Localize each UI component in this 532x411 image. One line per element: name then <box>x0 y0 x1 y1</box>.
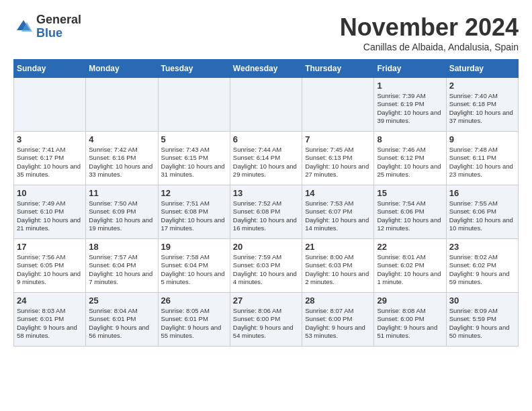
calendar-cell: 10Sunrise: 7:49 AM Sunset: 6:10 PM Dayli… <box>14 185 86 239</box>
calendar-cell: 30Sunrise: 8:09 AM Sunset: 5:59 PM Dayli… <box>446 293 518 347</box>
day-number: 3 <box>17 134 83 144</box>
day-info: Sunrise: 7:54 AM Sunset: 6:06 PM Dayligh… <box>377 199 443 232</box>
day-number: 26 <box>161 295 227 306</box>
calendar-cell: 26Sunrise: 8:05 AM Sunset: 6:01 PM Dayli… <box>158 293 230 347</box>
weekday-header-tuesday: Tuesday <box>158 60 230 78</box>
day-info: Sunrise: 7:41 AM Sunset: 6:17 PM Dayligh… <box>17 146 83 179</box>
day-number: 25 <box>89 295 154 306</box>
calendar-cell <box>230 78 302 132</box>
page-header: General Blue November 2024 Canillas de A… <box>13 13 519 52</box>
day-info: Sunrise: 7:48 AM Sunset: 6:11 PM Dayligh… <box>449 146 515 179</box>
calendar-cell: 17Sunrise: 7:56 AM Sunset: 6:05 PM Dayli… <box>14 239 86 293</box>
day-number: 24 <box>17 295 83 306</box>
weekday-header-friday: Friday <box>374 60 446 78</box>
day-number: 14 <box>305 188 371 198</box>
location: Canillas de Albaida, Andalusia, Spain <box>340 42 519 52</box>
logo-icon <box>13 17 34 37</box>
calendar-cell: 6Sunrise: 7:44 AM Sunset: 6:14 PM Daylig… <box>230 132 302 185</box>
day-number: 9 <box>449 134 515 144</box>
logo-blue-text: Blue <box>36 27 81 40</box>
weekday-header-thursday: Thursday <box>302 60 374 78</box>
calendar-cell: 27Sunrise: 8:06 AM Sunset: 6:00 PM Dayli… <box>230 293 302 347</box>
calendar-cell: 7Sunrise: 7:45 AM Sunset: 6:13 PM Daylig… <box>302 132 374 185</box>
weekday-header-sunday: Sunday <box>14 60 86 78</box>
day-number: 4 <box>89 134 154 144</box>
calendar-week-row: 10Sunrise: 7:49 AM Sunset: 6:10 PM Dayli… <box>14 185 519 239</box>
calendar-cell: 13Sunrise: 7:52 AM Sunset: 6:08 PM Dayli… <box>230 185 302 239</box>
day-info: Sunrise: 7:44 AM Sunset: 6:14 PM Dayligh… <box>233 146 299 179</box>
day-number: 22 <box>377 242 443 252</box>
day-info: Sunrise: 7:45 AM Sunset: 6:13 PM Dayligh… <box>305 146 371 179</box>
day-number: 30 <box>449 295 515 306</box>
calendar-cell: 5Sunrise: 7:43 AM Sunset: 6:15 PM Daylig… <box>158 132 230 185</box>
day-info: Sunrise: 7:58 AM Sunset: 6:04 PM Dayligh… <box>161 253 227 286</box>
day-info: Sunrise: 8:03 AM Sunset: 6:01 PM Dayligh… <box>17 307 83 340</box>
day-info: Sunrise: 8:04 AM Sunset: 6:01 PM Dayligh… <box>89 307 154 340</box>
day-info: Sunrise: 8:06 AM Sunset: 6:00 PM Dayligh… <box>233 307 299 340</box>
calendar-header: SundayMondayTuesdayWednesdayThursdayFrid… <box>14 60 519 78</box>
day-number: 12 <box>161 188 227 198</box>
day-number: 5 <box>161 134 227 144</box>
calendar-cell: 21Sunrise: 8:00 AM Sunset: 6:03 PM Dayli… <box>302 239 374 293</box>
day-info: Sunrise: 7:43 AM Sunset: 6:15 PM Dayligh… <box>161 146 227 179</box>
weekday-header-saturday: Saturday <box>446 60 518 78</box>
calendar-cell: 15Sunrise: 7:54 AM Sunset: 6:06 PM Dayli… <box>374 185 446 239</box>
day-number: 17 <box>17 242 83 252</box>
calendar-cell: 23Sunrise: 8:02 AM Sunset: 6:02 PM Dayli… <box>446 239 518 293</box>
calendar-cell: 25Sunrise: 8:04 AM Sunset: 6:01 PM Dayli… <box>86 293 158 347</box>
logo: General Blue <box>13 13 81 40</box>
calendar-cell: 3Sunrise: 7:41 AM Sunset: 6:17 PM Daylig… <box>14 132 86 185</box>
day-info: Sunrise: 7:59 AM Sunset: 6:03 PM Dayligh… <box>233 253 299 286</box>
weekday-header-row: SundayMondayTuesdayWednesdayThursdayFrid… <box>14 60 519 78</box>
day-number: 27 <box>233 295 299 306</box>
day-info: Sunrise: 8:01 AM Sunset: 6:02 PM Dayligh… <box>377 253 443 286</box>
day-info: Sunrise: 8:00 AM Sunset: 6:03 PM Dayligh… <box>305 253 371 286</box>
day-info: Sunrise: 7:39 AM Sunset: 6:19 PM Dayligh… <box>377 92 443 125</box>
day-number: 2 <box>449 81 515 91</box>
month-title: November 2024 <box>340 13 519 42</box>
calendar-table: SundayMondayTuesdayWednesdayThursdayFrid… <box>13 59 519 347</box>
day-number: 18 <box>89 242 154 252</box>
calendar-week-row: 17Sunrise: 7:56 AM Sunset: 6:05 PM Dayli… <box>14 239 519 293</box>
calendar-cell: 19Sunrise: 7:58 AM Sunset: 6:04 PM Dayli… <box>158 239 230 293</box>
calendar-cell: 29Sunrise: 8:08 AM Sunset: 6:00 PM Dayli… <box>374 293 446 347</box>
logo-general-text: General <box>36 13 81 27</box>
day-info: Sunrise: 8:02 AM Sunset: 6:02 PM Dayligh… <box>449 253 515 286</box>
calendar-cell <box>14 78 86 132</box>
day-number: 1 <box>377 81 443 91</box>
day-info: Sunrise: 7:55 AM Sunset: 6:06 PM Dayligh… <box>449 199 515 232</box>
day-number: 13 <box>233 188 299 198</box>
day-number: 15 <box>377 188 443 198</box>
day-info: Sunrise: 8:08 AM Sunset: 6:00 PM Dayligh… <box>377 307 443 340</box>
day-number: 23 <box>449 242 515 252</box>
day-info: Sunrise: 7:40 AM Sunset: 6:18 PM Dayligh… <box>449 92 515 125</box>
calendar-cell: 11Sunrise: 7:50 AM Sunset: 6:09 PM Dayli… <box>86 185 158 239</box>
calendar-cell: 9Sunrise: 7:48 AM Sunset: 6:11 PM Daylig… <box>446 132 518 185</box>
calendar-cell <box>302 78 374 132</box>
day-number: 8 <box>377 134 443 144</box>
calendar-week-row: 1Sunrise: 7:39 AM Sunset: 6:19 PM Daylig… <box>14 78 519 132</box>
day-number: 6 <box>233 134 299 144</box>
calendar-cell: 16Sunrise: 7:55 AM Sunset: 6:06 PM Dayli… <box>446 185 518 239</box>
weekday-header-monday: Monday <box>86 60 158 78</box>
calendar-week-row: 3Sunrise: 7:41 AM Sunset: 6:17 PM Daylig… <box>14 132 519 185</box>
calendar-cell: 24Sunrise: 8:03 AM Sunset: 6:01 PM Dayli… <box>14 293 86 347</box>
day-info: Sunrise: 7:51 AM Sunset: 6:08 PM Dayligh… <box>161 199 227 232</box>
day-info: Sunrise: 7:49 AM Sunset: 6:10 PM Dayligh… <box>17 199 83 232</box>
day-number: 20 <box>233 242 299 252</box>
calendar-cell <box>158 78 230 132</box>
calendar-cell: 12Sunrise: 7:51 AM Sunset: 6:08 PM Dayli… <box>158 185 230 239</box>
day-info: Sunrise: 7:50 AM Sunset: 6:09 PM Dayligh… <box>89 199 154 232</box>
day-number: 11 <box>89 188 154 198</box>
calendar-cell: 8Sunrise: 7:46 AM Sunset: 6:12 PM Daylig… <box>374 132 446 185</box>
calendar-cell: 22Sunrise: 8:01 AM Sunset: 6:02 PM Dayli… <box>374 239 446 293</box>
day-info: Sunrise: 8:09 AM Sunset: 5:59 PM Dayligh… <box>449 307 515 340</box>
day-info: Sunrise: 8:07 AM Sunset: 6:00 PM Dayligh… <box>305 307 371 340</box>
calendar-cell: 28Sunrise: 8:07 AM Sunset: 6:00 PM Dayli… <box>302 293 374 347</box>
day-number: 28 <box>305 295 371 306</box>
day-info: Sunrise: 7:53 AM Sunset: 6:07 PM Dayligh… <box>305 199 371 232</box>
day-number: 7 <box>305 134 371 144</box>
calendar-week-row: 24Sunrise: 8:03 AM Sunset: 6:01 PM Dayli… <box>14 293 519 347</box>
day-info: Sunrise: 8:05 AM Sunset: 6:01 PM Dayligh… <box>161 307 227 340</box>
day-number: 19 <box>161 242 227 252</box>
